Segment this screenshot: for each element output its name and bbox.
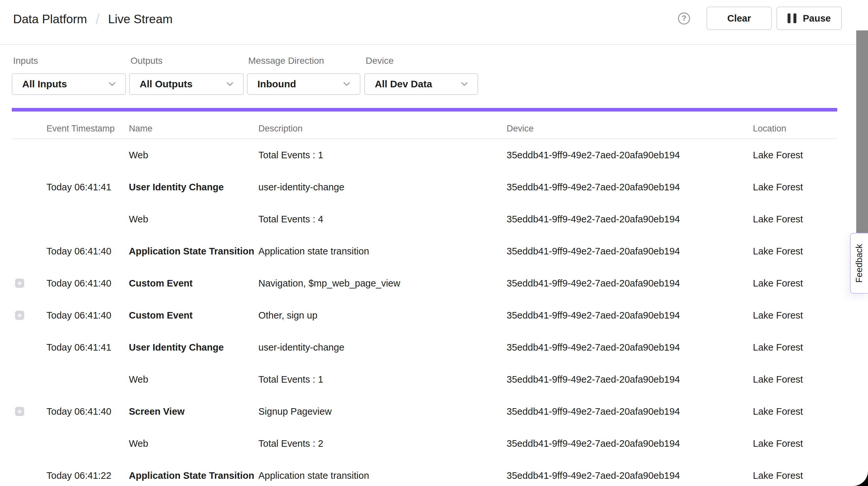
- header-actions: ? Clear Pause: [678, 6, 842, 30]
- event-description: Other, sign up: [258, 299, 506, 331]
- event-name: Web: [129, 203, 258, 235]
- expand-cell: [12, 171, 46, 203]
- table-row[interactable]: +Today 06:41:40Custom EventOther, sign u…: [12, 299, 837, 331]
- event-location: Lake Forest: [753, 139, 837, 171]
- event-location: Lake Forest: [753, 395, 837, 427]
- table-row[interactable]: Today 06:41:41User Identity Changeuser-i…: [12, 331, 837, 363]
- expand-cell: [12, 203, 46, 235]
- breadcrumb-data-platform[interactable]: Data Platform: [13, 12, 87, 26]
- filter-inputs: Inputs All Inputs: [12, 56, 126, 95]
- expand-plus-icon[interactable]: +: [15, 279, 24, 288]
- page-header: Data Platform / Live Stream ? Clear Paus…: [0, 0, 868, 45]
- filter-label-message-direction: Message Direction: [247, 56, 361, 66]
- event-device: 35eddb41-9ff9-49e2-7aed-20afa90eb194: [506, 363, 753, 395]
- pause-icon: [787, 13, 796, 23]
- expand-cell: [12, 139, 46, 171]
- feedback-tab[interactable]: Feedback: [850, 233, 868, 294]
- event-description: Application state transition: [258, 459, 506, 486]
- table-row[interactable]: WebTotal Events : 435eddb41-9ff9-49e2-7a…: [12, 203, 837, 235]
- event-timestamp: Today 06:41:40: [46, 267, 129, 299]
- breadcrumb-live-stream: Live Stream: [108, 12, 173, 26]
- event-timestamp: Today 06:41:22: [46, 459, 129, 486]
- filter-device: Device All Dev Data: [364, 56, 478, 95]
- event-device: 35eddb41-9ff9-49e2-7aed-20afa90eb194: [506, 299, 753, 331]
- inputs-select[interactable]: All Inputs: [12, 73, 126, 95]
- pause-button[interactable]: Pause: [776, 6, 842, 30]
- scrollbar-thumb[interactable]: [856, 30, 868, 241]
- event-device: 35eddb41-9ff9-49e2-7aed-20afa90eb194: [506, 395, 753, 427]
- table-row[interactable]: +Today 06:41:40Custom EventNavigation, $…: [12, 267, 837, 299]
- event-timestamp: [46, 427, 129, 459]
- expand-cell: [12, 427, 46, 459]
- event-name: User Identity Change: [129, 171, 258, 203]
- column-header-description: Description: [258, 124, 506, 134]
- event-name: Custom Event: [129, 267, 258, 299]
- message-direction-select[interactable]: Inbound: [247, 73, 361, 95]
- event-description: Navigation, $mp_web_page_view: [258, 267, 506, 299]
- event-device: 35eddb41-9ff9-49e2-7aed-20afa90eb194: [506, 139, 753, 171]
- table-row[interactable]: WebTotal Events : 135eddb41-9ff9-49e2-7a…: [12, 139, 837, 171]
- table-row[interactable]: WebTotal Events : 135eddb41-9ff9-49e2-7a…: [12, 363, 837, 395]
- chevron-down-icon: [107, 79, 117, 89]
- event-timestamp: Today 06:41:40: [46, 299, 129, 331]
- event-device: 35eddb41-9ff9-49e2-7aed-20afa90eb194: [506, 427, 753, 459]
- table-row[interactable]: WebTotal Events : 235eddb41-9ff9-49e2-7a…: [12, 427, 837, 459]
- event-device: 35eddb41-9ff9-49e2-7aed-20afa90eb194: [506, 459, 753, 486]
- column-header-event-timestamp: Event Timestamp: [46, 124, 129, 134]
- event-device: 35eddb41-9ff9-49e2-7aed-20afa90eb194: [506, 235, 753, 267]
- table-row[interactable]: Today 06:41:22Application State Transiti…: [12, 459, 837, 486]
- filter-label-inputs: Inputs: [12, 56, 126, 66]
- event-location: Lake Forest: [753, 203, 837, 235]
- expand-plus-icon[interactable]: +: [15, 311, 24, 320]
- event-description: Total Events : 1: [258, 363, 506, 395]
- event-location: Lake Forest: [753, 235, 837, 267]
- event-name: Web: [129, 139, 258, 171]
- column-header-device: Device: [506, 124, 753, 134]
- chevron-down-icon: [341, 79, 352, 89]
- event-description: user-identity-change: [258, 171, 506, 203]
- event-description: Signup Pageview: [258, 395, 506, 427]
- message-direction-select-value: Inbound: [257, 79, 296, 90]
- chevron-down-icon: [459, 79, 470, 89]
- expand-plus-icon[interactable]: +: [15, 407, 24, 416]
- filter-bar: Inputs All Inputs Outputs All Outputs Me…: [12, 56, 482, 95]
- table-row[interactable]: Today 06:41:40Application State Transiti…: [12, 235, 837, 267]
- feedback-tab-label: Feedback: [854, 244, 864, 283]
- clear-button[interactable]: Clear: [707, 6, 772, 30]
- device-select[interactable]: All Dev Data: [364, 73, 478, 95]
- stream-progress-bar: [12, 108, 837, 112]
- breadcrumb-separator: /: [95, 11, 99, 28]
- expand-cell: [12, 459, 46, 486]
- outputs-select[interactable]: All Outputs: [129, 73, 244, 95]
- event-device: 35eddb41-9ff9-49e2-7aed-20afa90eb194: [506, 171, 753, 203]
- event-location: Lake Forest: [753, 171, 837, 203]
- event-location: Lake Forest: [753, 299, 837, 331]
- event-name: Application State Transition: [129, 235, 258, 267]
- pause-button-label: Pause: [803, 13, 831, 24]
- column-header-location: Location: [753, 124, 837, 134]
- event-timestamp: [46, 139, 129, 171]
- filter-message-direction: Message Direction Inbound: [247, 56, 361, 95]
- event-description: user-identity-change: [258, 331, 506, 363]
- events-table-body: WebTotal Events : 135eddb41-9ff9-49e2-7a…: [12, 139, 837, 486]
- event-description: Total Events : 2: [258, 427, 506, 459]
- event-location: Lake Forest: [753, 267, 837, 299]
- event-timestamp: Today 06:41:40: [46, 395, 129, 427]
- expand-cell: +: [12, 267, 46, 299]
- event-location: Lake Forest: [753, 363, 837, 395]
- event-name: Web: [129, 427, 258, 459]
- outputs-select-value: All Outputs: [140, 79, 193, 90]
- event-device: 35eddb41-9ff9-49e2-7aed-20afa90eb194: [506, 203, 753, 235]
- device-select-value: All Dev Data: [375, 79, 432, 90]
- expand-cell: +: [12, 299, 46, 331]
- event-timestamp: Today 06:41:41: [46, 171, 129, 203]
- event-description: Application state transition: [258, 235, 506, 267]
- breadcrumb: Data Platform / Live Stream: [13, 11, 173, 28]
- expand-cell: [12, 331, 46, 363]
- help-icon[interactable]: ?: [678, 12, 690, 25]
- event-timestamp: Today 06:41:40: [46, 235, 129, 267]
- event-timestamp: [46, 203, 129, 235]
- table-row[interactable]: +Today 06:41:40Screen ViewSignup Pagevie…: [12, 395, 837, 427]
- expand-cell: +: [12, 395, 46, 427]
- table-row[interactable]: Today 06:41:41User Identity Changeuser-i…: [12, 171, 837, 203]
